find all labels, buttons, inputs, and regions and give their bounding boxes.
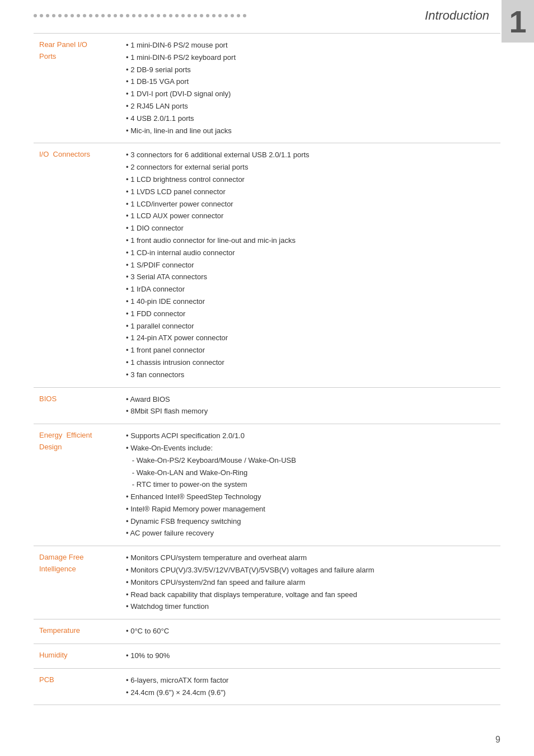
spec-item: • 3 connectors for 6 additional external… [126, 149, 495, 161]
table-row: PCB • 6-layers, microATX form factor • 2… [34, 668, 500, 705]
label-bios: BIOS [34, 387, 120, 424]
dot [95, 14, 99, 17]
spec-item: • 8Mbit SPI flash memory [126, 406, 495, 417]
table-row: Rear Panel I/OPorts • 1 mini-DIN-6 PS/2 … [34, 34, 500, 143]
spec-item: • 1 24-pin ATX power connector [126, 332, 495, 344]
dot [243, 14, 246, 17]
spec-item: • Enhanced Intel® SpeedStep Technology [126, 491, 495, 503]
spec-item: • 1 IrDA connector [126, 284, 495, 295]
spec-item: • 1 DB-15 VGA port [126, 76, 495, 88]
spec-item: • 3 fan connectors [126, 369, 495, 381]
spec-item: • 2 RJ45 LAN ports [126, 101, 495, 112]
dot [194, 14, 197, 17]
value-energy: • Supports ACPI specification 2.0/1.0 • … [120, 424, 500, 546]
dot [181, 14, 185, 17]
spec-item: • 2 DB-9 serial ports [126, 64, 495, 76]
label-rear-panel: Rear Panel I/OPorts [34, 34, 120, 143]
value-damage: • Monitors CPU/system temperature and ov… [120, 546, 500, 619]
spec-content: Rear Panel I/OPorts • 1 mini-DIN-6 PS/2 … [0, 27, 534, 722]
spec-item: • 2 connectors for external serial ports [126, 162, 495, 173]
spec-item: • Dynamic FSB frequency switching [126, 516, 495, 528]
spec-item: • Supports ACPI specification 2.0/1.0 [126, 430, 495, 442]
spec-item: • Watchdog timer function [126, 601, 495, 613]
page-header: Introduction 1 [0, 0, 534, 23]
dots-decoration [34, 14, 418, 17]
spec-item: • 1 CD-in internal audio connector [126, 247, 495, 259]
dot [126, 14, 129, 17]
label-temperature: Temperature [34, 619, 120, 644]
dot [151, 14, 154, 17]
label-pcb: PCB [34, 668, 120, 705]
dot [52, 14, 55, 17]
spec-item: • AC power failure recovery [126, 528, 495, 539]
dot [169, 14, 172, 17]
dot [144, 14, 148, 17]
spec-item: • Mic-in, line-in and line out jacks [126, 125, 495, 137]
spec-item: • 1 mini-DIN-6 PS/2 mouse port [126, 40, 495, 51]
dot [71, 14, 74, 17]
spec-item: • Monitors CPU/system temperature and ov… [126, 552, 495, 564]
spec-item: • 1 LVDS LCD panel connector [126, 186, 495, 198]
value-bios: • Award BIOS • 8Mbit SPI flash memory [120, 387, 500, 424]
label-energy: Energy EfficientDesign [34, 424, 120, 546]
label-io-connectors: I/O Connectors [34, 143, 120, 387]
spec-item: • 1 S/PDIF connector [126, 260, 495, 271]
spec-item: • Monitors CPU(V)/3.3V/5V/12V/VBAT(V)/5V… [126, 565, 495, 576]
spec-item: • 1 LCD AUX power connector [126, 210, 495, 222]
table-row: Damage FreeIntelligence • Monitors CPU/s… [34, 546, 500, 619]
dot [188, 14, 191, 17]
table-row: Temperature • 0°C to 60°C [34, 619, 500, 644]
spec-table: Rear Panel I/OPorts • 1 mini-DIN-6 PS/2 … [34, 33, 500, 705]
label-damage: Damage FreeIntelligence [34, 546, 120, 619]
spec-item: • Monitors CPU/system/2nd fan speed and … [126, 577, 495, 589]
dot [120, 14, 123, 17]
spec-item: • 0°C to 60°C [126, 626, 495, 637]
label-humidity: Humidity [34, 644, 120, 669]
dot [175, 14, 179, 17]
dot [132, 14, 135, 17]
dot [77, 14, 80, 17]
spec-item: • 1 chassis intrusion connector [126, 357, 495, 369]
spec-item: • 1 DIO connector [126, 223, 495, 234]
spec-item: • 1 mini-DIN-6 PS/2 keyboard port [126, 52, 495, 64]
value-pcb: • 6-layers, microATX form factor • 24.4c… [120, 668, 500, 705]
dot [34, 14, 37, 17]
dot [218, 14, 222, 17]
value-rear-panel: • 1 mini-DIN-6 PS/2 mouse port • 1 mini-… [120, 34, 500, 143]
value-temperature: • 0°C to 60°C [120, 619, 500, 644]
spec-item: • 3 Serial ATA connectors [126, 271, 495, 283]
dot [157, 14, 160, 17]
header-row: Introduction [34, 8, 534, 23]
table-row: BIOS • Award BIOS • 8Mbit SPI flash memo… [34, 387, 500, 424]
dot [237, 14, 240, 17]
spec-item: - Wake-On-LAN and Wake-On-Ring [126, 467, 495, 479]
dot [224, 14, 228, 17]
dot [200, 14, 203, 17]
dot [107, 14, 111, 17]
spec-item: • 10% to 90% [126, 650, 495, 662]
spec-item: • 1 40-pin IDE connector [126, 296, 495, 308]
table-row: Humidity • 10% to 90% [34, 644, 500, 669]
spec-item: • 1 LCD/inverter power connector [126, 199, 495, 210]
spec-item: • Read back capability that displays tem… [126, 589, 495, 601]
value-humidity: • 10% to 90% [120, 644, 500, 669]
dot [89, 14, 92, 17]
spec-item: • 1 LCD brightness control connector [126, 174, 495, 186]
spec-item: - RTC timer to power-on the system [126, 479, 495, 491]
spec-item: • 1 front panel connector [126, 345, 495, 356]
spec-item: • 1 front audio connector for line-out a… [126, 235, 495, 247]
spec-item: • 1 parallel connector [126, 321, 495, 332]
dot [206, 14, 209, 17]
spec-item: • 1 FDD connector [126, 308, 495, 320]
dot [58, 14, 62, 17]
dot [64, 14, 68, 17]
spec-item: • 1 DVI-I port (DVI-D signal only) [126, 88, 495, 100]
dot [83, 14, 86, 17]
spec-item: • 6-layers, microATX form factor [126, 675, 495, 687]
chapter-number: 1 [509, 3, 526, 40]
dot [231, 14, 234, 17]
chapter-number-box: 1 [502, 0, 534, 43]
spec-item: - Wake-On-PS/2 Keyboard/Mouse / Wake-On-… [126, 455, 495, 467]
spec-item: • Wake-On-Events include: [126, 443, 495, 454]
dot [163, 14, 166, 17]
